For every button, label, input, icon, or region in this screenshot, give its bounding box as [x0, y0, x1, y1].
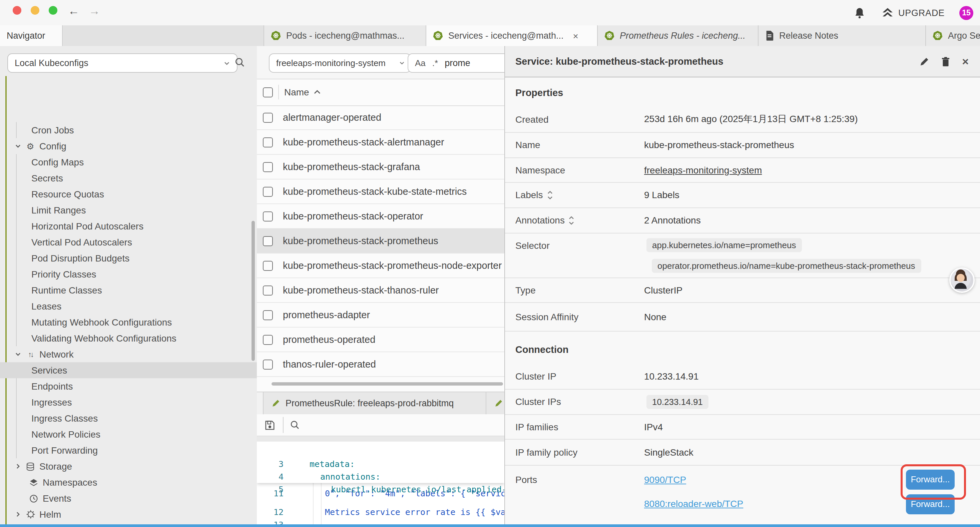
detail-row-ip-families: IP families IPv4 [505, 414, 980, 439]
app-window: ← → UPGRADE 15 Navigator Pods - icecheng… [0, 0, 980, 527]
namespace-selector[interactable]: freeleaps-monitoring-system [269, 53, 411, 73]
sidebar-item-leases[interactable]: Leases [0, 298, 257, 314]
count-badge[interactable]: 15 [959, 6, 973, 20]
code-line: 5kubectl.kubernetes.io/last-applied-conf… [257, 470, 504, 483]
tab-pods[interactable]: Pods - icecheng@mathmas... [264, 25, 440, 46]
row-checkbox[interactable] [263, 359, 273, 369]
sidebar-item-priority-classes[interactable]: Priority Classes [0, 266, 257, 282]
service-row[interactable]: prometheus-adapter [257, 303, 504, 328]
sidebar-item-resource-quotas[interactable]: Resource Quotas [0, 186, 257, 202]
sidebar-item-horizontal-pod-autoscalers[interactable]: Horizontal Pod Autoscalers [0, 218, 257, 234]
expand-collapse-icon[interactable] [569, 216, 575, 224]
close-icon[interactable]: × [962, 56, 969, 66]
resource-tree: Cron Jobs ⚙ Config Config Maps Secrets R… [0, 122, 257, 524]
kubeconfig-selector[interactable]: Local Kubeconfigs [7, 53, 237, 73]
editor-search-icon[interactable] [290, 420, 299, 430]
case-sensitive-toggle[interactable]: Aa [415, 58, 426, 68]
row-checkbox[interactable] [263, 162, 273, 172]
sidebar-item-mutating-webhook-configurations[interactable]: Mutating Webhook Configurations [0, 314, 257, 330]
sidebar-item-ingress-classes[interactable]: Ingress Classes [0, 410, 257, 426]
regex-toggle[interactable]: .* [432, 58, 438, 68]
service-row[interactable]: kube-prometheus-stack-thanos-ruler [257, 278, 504, 303]
name-column-header[interactable]: Name [284, 87, 309, 97]
service-row[interactable]: kube-prometheus-stack-prometheus-node-ex… [257, 253, 504, 278]
tab-release-notes[interactable]: Release Notes [758, 25, 939, 46]
chevron-down-icon [223, 60, 230, 66]
editor-tab-next[interactable] [486, 392, 504, 414]
zoom-traffic-light[interactable] [49, 6, 57, 15]
namespace-selector-value: freeleaps-monitoring-system [276, 58, 386, 68]
sidebar-item-port-forwarding[interactable]: Port Forwarding [0, 442, 257, 458]
sidebar-group-helm[interactable]: Helm [0, 506, 257, 522]
sidebar-item-endpoints[interactable]: Endpoints [0, 378, 257, 394]
save-icon[interactable] [265, 420, 275, 430]
row-checkbox[interactable] [263, 211, 273, 221]
sidebar-item-namespaces[interactable]: Namespaces [0, 474, 257, 490]
sidebar-item-pod-disruption-budgets[interactable]: Pod Disruption Budgets [0, 250, 257, 266]
service-rows: alertmanager-operated kube-prometheus-st… [257, 105, 504, 377]
sidebar-item-validating-webhook-configurations[interactable]: Validating Webhook Configurations [0, 330, 257, 346]
tab-services[interactable]: Services - icecheng@math... × [426, 25, 602, 46]
sidebar-item-runtime-classes[interactable]: Runtime Classes [0, 282, 257, 298]
port-link-8080[interactable]: 8080:reloader-web/TCP [644, 498, 743, 509]
sidebar-item-limit-ranges[interactable]: Limit Ranges [0, 202, 257, 218]
namespace-link[interactable]: freeleaps-monitoring-system [644, 164, 762, 175]
editor-tab-prometheusrule[interactable]: PrometheusRule: freeleaps-prod-rabbitmq [263, 392, 502, 414]
sidebar-scrollbar[interactable] [251, 221, 255, 361]
sidebar-item-cron-jobs[interactable]: Cron Jobs [0, 122, 257, 138]
back-button[interactable]: ← [68, 3, 80, 19]
navigator-tab[interactable]: Navigator [0, 25, 63, 46]
sidebar-item-network-policies[interactable]: Network Policies [0, 426, 257, 442]
connection-section-heading: Connection [515, 344, 569, 355]
sort-asc-icon[interactable] [314, 89, 321, 95]
sidebar-item-vertical-pod-autoscalers[interactable]: Vertical Pod Autoscalers [0, 234, 257, 250]
service-row[interactable]: prometheus-operated [257, 328, 504, 352]
row-checkbox[interactable] [263, 112, 273, 123]
upgrade-button[interactable]: UPGRADE [882, 8, 945, 18]
row-checkbox[interactable] [263, 137, 273, 147]
sidebar-item-ingresses[interactable]: Ingresses [0, 394, 257, 410]
edit-pencil-icon[interactable] [919, 56, 929, 66]
tab-argo-label: Argo Se [948, 31, 980, 41]
port-link-9090[interactable]: 9090/TCP [644, 474, 686, 485]
sidebar-group-network[interactable]: ↑↓ Network [0, 346, 257, 362]
service-row[interactable]: kube-prometheus-stack-alertmanager [257, 130, 504, 155]
minimize-traffic-light[interactable] [31, 6, 39, 15]
forward-button[interactable]: → [89, 3, 100, 19]
service-row[interactable]: kube-prometheus-stack-grafana [257, 155, 504, 180]
sidebar-item-secrets[interactable]: Secrets [0, 170, 257, 186]
tab-strip: Navigator Pods - icecheng@mathmas... Ser… [0, 25, 980, 47]
tab-argo[interactable]: Argo Se [925, 25, 980, 46]
row-checkbox[interactable] [263, 285, 273, 295]
select-all-checkbox[interactable] [263, 87, 273, 97]
filter-search-input[interactable]: Aa .* prome [407, 53, 504, 73]
code-line: 3metadata: [257, 445, 504, 458]
sidebar-search-icon[interactable] [235, 57, 245, 67]
sidebar-item-events[interactable]: Events [0, 490, 257, 506]
delete-trash-icon[interactable] [941, 56, 950, 66]
document-icon [765, 31, 774, 41]
row-checkbox[interactable] [263, 334, 273, 345]
service-row-selected[interactable]: kube-prometheus-stack-prometheus [257, 229, 504, 253]
chevron-down-icon [399, 60, 405, 66]
row-checkbox[interactable] [263, 186, 273, 196]
service-row[interactable]: kube-prometheus-stack-kube-state-metrics [257, 180, 504, 204]
tab-prometheus-rules[interactable]: Prometheus Rules - icecheng... [597, 25, 771, 46]
close-traffic-light[interactable] [13, 6, 21, 15]
avatar[interactable] [949, 267, 975, 293]
service-row[interactable]: kube-prometheus-stack-operator [257, 204, 504, 229]
notification-bell-icon[interactable] [855, 7, 865, 18]
row-checkbox[interactable] [263, 261, 273, 271]
sidebar-group-config[interactable]: ⚙ Config [0, 138, 257, 154]
row-checkbox[interactable] [263, 236, 273, 246]
expand-collapse-icon[interactable] [547, 191, 553, 199]
yaml-editor[interactable]: 110", "for": "4m", "labels": { "service"… [257, 442, 504, 524]
sidebar-item-config-maps[interactable]: Config Maps [0, 154, 257, 170]
horizontal-scrollbar[interactable] [272, 382, 503, 385]
service-row[interactable]: thanos-ruler-operated [257, 352, 504, 377]
sidebar-group-storage[interactable]: Storage [0, 458, 257, 474]
sidebar-item-services[interactable]: Services [0, 362, 257, 378]
service-row[interactable]: alertmanager-operated [257, 105, 504, 130]
row-checkbox[interactable] [263, 310, 273, 320]
tab-close-icon[interactable]: × [573, 30, 578, 41]
